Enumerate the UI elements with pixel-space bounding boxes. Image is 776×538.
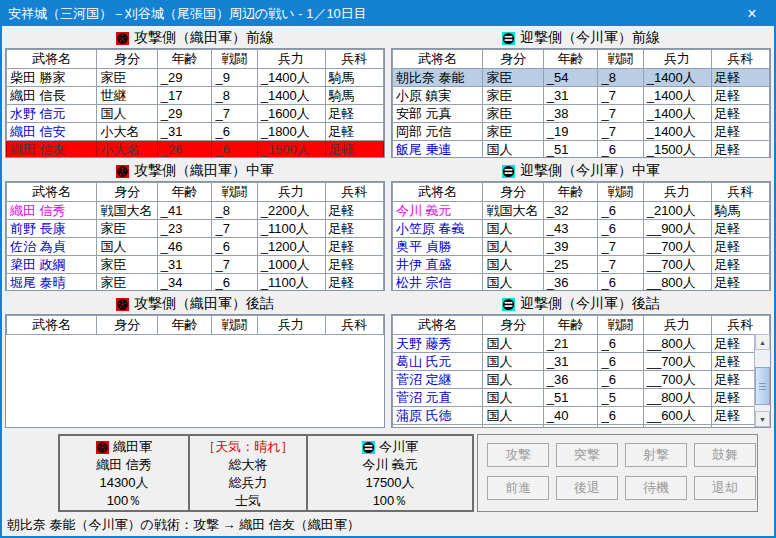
table-row[interactable]: 朝比奈 泰能家臣_54_8_1400人足軽 [393,69,770,87]
table-row[interactable]: 飯尾 乗連国人_51_6_1500人足軽 [393,141,770,159]
advance-button[interactable]: 前進 [487,476,549,500]
troops-cell: _1100人 [257,220,325,238]
combat-cell: _8 [598,69,643,87]
combat-cell: _7 [598,256,643,274]
table-row[interactable]: 織田 信長世継_17_8_1400人騎馬 [7,87,384,105]
table-row[interactable]: 簗田 政綱家臣_31_7_1000人足軽 [7,256,384,274]
officer-name-cell: 織田 信安 [7,123,97,141]
table-row[interactable]: 小笠原 春義国人_43_6__900人足軽 [393,220,770,238]
table-row[interactable]: 織田 信友小大名_26_6_1500人足軽 [7,141,384,159]
rally-button[interactable]: 鼓舞 [694,443,756,467]
column-header: 身分 [483,316,543,335]
corps-cell: 足軽 [325,274,383,292]
table-row[interactable]: 鈴木 重教国人_62_6__600人足軽 [393,425,770,429]
panel-oda-middle: 攻撃側（織田軍）中軍 武将名身分年齢戦闘兵力兵科織田 信秀戦国大名_41_8_2… [5,161,385,291]
table-row[interactable]: 菅沼 元直国人_51_5__800人足軽 [393,389,770,407]
rank-cell: 国人 [483,238,543,256]
rank-cell: 家臣 [483,123,543,141]
table-row[interactable]: 奥平 貞勝国人_39_7__700人足軽 [393,238,770,256]
oda-total-troops: 14300人 [60,474,188,492]
panel-title: 攻撃側（織田軍）後詰 [5,294,385,314]
scroll-down-icon[interactable]: ▼ [755,411,770,427]
shoot-button[interactable]: 射撃 [625,443,687,467]
wait-button[interactable]: 待機 [625,476,687,500]
column-header: 戦闘 [598,183,643,202]
rank-cell: 家臣 [483,105,543,123]
imagawa-crest-icon [362,441,375,454]
table-row[interactable]: 蒲原 氏徳国人_40_6__600人足軽 [393,407,770,425]
attack-button[interactable]: 攻撃 [487,443,549,467]
table-row[interactable]: 小原 鎮実家臣_31_7_1400人足軽 [393,87,770,105]
withdraw-button[interactable]: 退却 [694,476,756,500]
officer-name-cell: 井伊 直盛 [393,256,483,274]
panel-title-label: 迎撃側（今川軍）前線 [520,29,660,47]
table-row[interactable]: 前野 長康家臣_23_7_1100人足軽 [7,220,384,238]
table-row[interactable]: 織田 信秀戦国大名_41_8_2200人足軽 [7,202,384,220]
officer-table-imagawa-middle: 武将名身分年齢戦闘兵力兵科今川 義元戦国大名_32_6_2100人騎馬小笠原 春… [391,181,771,291]
table-scrollbar[interactable]: ▲ ▼ [754,334,770,427]
rank-cell: 国人 [483,335,543,353]
age-cell: _36 [543,274,598,292]
age-cell: _43 [543,220,598,238]
table-row[interactable]: 佐治 為貞国人_46_6_1200人足軽 [7,238,384,256]
title-bar: 安祥城（三河国）－刈谷城（尾張国）周辺の戦い - 1／10日目 × [2,2,774,26]
officer-name-cell: 水野 信元 [7,105,97,123]
close-icon[interactable]: × [730,2,774,26]
troops-cell: __800人 [643,335,711,353]
table-row[interactable]: 葛山 氏元国人_31_6__700人足軽 [393,353,770,371]
corps-cell: 足軽 [711,141,769,159]
table-row[interactable]: 柴田 勝家家臣_29_9_1400人騎馬 [7,69,384,87]
imagawa-crest-icon [502,298,515,311]
content-area: 攻撃側（織田軍）前線 武将名身分年齢戦闘兵力兵科柴田 勝家家臣_29_9_140… [2,26,774,534]
age-cell: _21 [543,335,598,353]
troops-cell: __600人 [643,425,711,429]
officer-table-imagawa-rear: 武将名身分年齢戦闘兵力兵科天野 藤秀国人_21_6__800人足軽葛山 氏元国人… [391,314,771,428]
column-header: 戦闘 [212,50,257,69]
troops-cell: _1400人 [643,87,711,105]
retreat-step-button[interactable]: 後退 [556,476,618,500]
age-cell: _41 [157,202,212,220]
troops-cell: _1400人 [643,105,711,123]
officer-name-cell: 今川 義元 [393,202,483,220]
corps-cell: 騎馬 [711,202,769,220]
table-row[interactable]: 織田 信安小大名_31_6_1800人足軽 [7,123,384,141]
panel-imagawa-rear: 迎撃側（今川軍）後詰 武将名身分年齢戦闘兵力兵科天野 藤秀国人_21_6__80… [391,294,771,428]
scrollbar-thumb[interactable] [755,367,770,405]
table-row[interactable]: 今川 義元戦国大名_32_6_2100人騎馬 [393,202,770,220]
corps-cell: 足軽 [325,202,383,220]
combat-cell: _6 [598,371,643,389]
table-header-row: 武将名身分年齢戦闘兵力兵科 [7,183,384,202]
column-header: 兵力 [257,50,325,69]
oda-army-summary: 織田軍 織田 信秀 14300人 100％ [60,436,188,510]
panel-title: 迎撃側（今川軍）中軍 [391,161,771,181]
troops-cell: __600人 [643,407,711,425]
table-row[interactable]: 水野 信元国人_29_7_1600人足軽 [7,105,384,123]
age-cell: _29 [157,105,212,123]
officer-name-cell: 堀尾 泰晴 [7,274,97,292]
imagawa-army-name: 今川軍 [379,438,418,456]
corps-cell: 足軽 [325,141,383,159]
table-row[interactable]: 菅沼 定継国人_36_6__700人足軽 [393,371,770,389]
troops-cell: __900人 [643,220,711,238]
charge-button[interactable]: 突撃 [556,443,618,467]
table-row[interactable]: 井伊 直盛国人_25_7__700人足軽 [393,256,770,274]
age-cell: _31 [543,353,598,371]
officer-name-cell: 菅沼 元直 [393,389,483,407]
combat-cell: _7 [212,256,257,274]
table-row[interactable]: 岡部 元信家臣_19_7_1400人足軽 [393,123,770,141]
rank-cell: 国人 [483,141,543,159]
combat-cell: _7 [598,238,643,256]
panel-imagawa-front: 迎撃側（今川軍）前線 武将名身分年齢戦闘兵力兵科朝比奈 泰能家臣_54_8_14… [391,28,771,158]
table-row[interactable]: 安部 元真家臣_38_7_1400人足軽 [393,105,770,123]
scroll-up-icon[interactable]: ▲ [755,334,770,350]
combat-cell: _6 [598,274,643,292]
age-cell: _31 [157,256,212,274]
table-row[interactable]: 天野 藤秀国人_21_6__800人足軽 [393,335,770,353]
age-cell: _34 [157,274,212,292]
age-cell: _26 [157,141,212,159]
table-row[interactable]: 松井 宗信国人_36_6__800人足軽 [393,274,770,292]
table-row[interactable]: 堀尾 泰晴家臣_34_6_1100人足軽 [7,274,384,292]
label-total-troops: 総兵力 [190,474,306,492]
column-header: 兵科 [711,183,769,202]
troops-cell: _1400人 [257,69,325,87]
